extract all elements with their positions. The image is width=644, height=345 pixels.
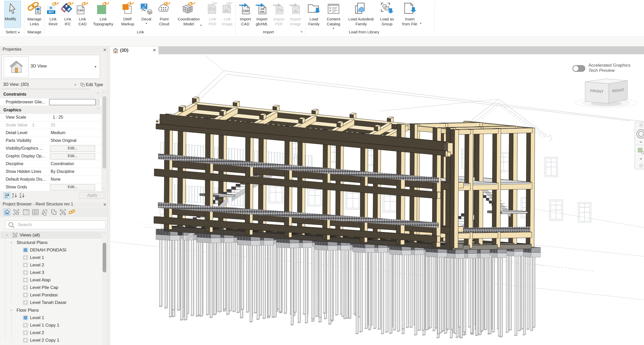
svg-text:XML: XML (260, 10, 265, 13)
svg-text:A: A (20, 196, 21, 198)
svg-text:GB: GB (261, 7, 264, 10)
svg-text:Z: Z (20, 193, 21, 196)
svg-text:A: A (12, 193, 14, 196)
svg-text:CAD: CAD (78, 9, 84, 12)
svg-text:RVT: RVT (49, 11, 54, 14)
svg-text:R: R (50, 6, 52, 10)
svg-text:FRONT: FRONT (590, 88, 604, 94)
svg-text:Z: Z (12, 196, 14, 198)
